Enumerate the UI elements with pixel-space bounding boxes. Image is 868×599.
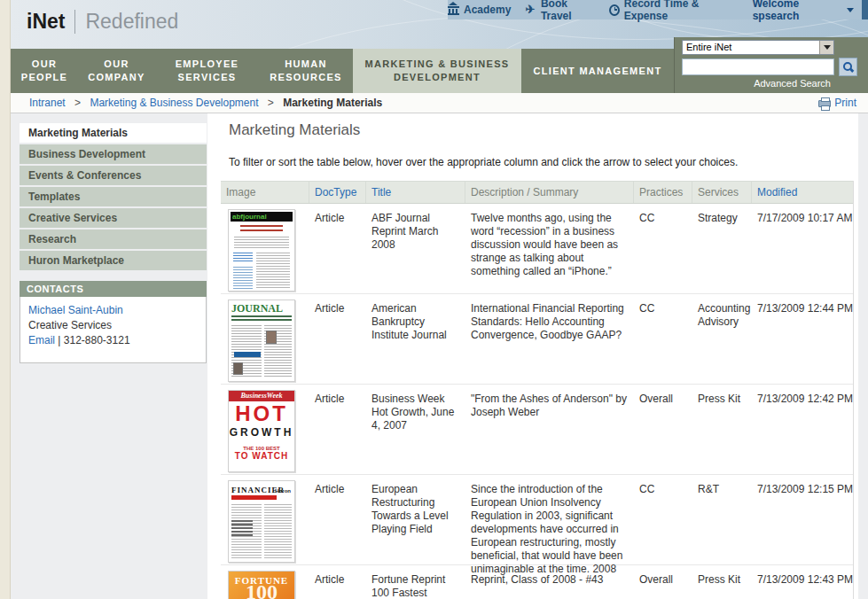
- breadcrumb-link[interactable]: Marketing & Business Development: [90, 97, 258, 109]
- sidebar-item[interactable]: Marketing Materials: [20, 123, 207, 143]
- cell-description: Reprint, Class of 2008 - #43: [465, 565, 634, 599]
- bw-masthead: BusinessWeek: [229, 391, 294, 401]
- abf-lines-b: [256, 253, 290, 289]
- column-header[interactable]: Practices: [634, 182, 692, 203]
- document-thumbnail[interactable]: FORTUNE100: [228, 571, 295, 599]
- sidebar-item[interactable]: Events & Conferences: [20, 166, 207, 185]
- table-row: FINANCIERHuron Article European Restruct…: [221, 475, 853, 565]
- page-left-margin: [0, 0, 11, 599]
- cell-services: Press Kit: [692, 565, 752, 599]
- cell-modified: 7/13/2009 12:15 PM: [752, 475, 854, 576]
- logo: iNet Redefined: [27, 10, 178, 34]
- chevron-down-icon: [847, 8, 854, 12]
- print-label: Print: [834, 93, 856, 113]
- table-row: FORTUNE100 Article Fortune Reprint 100 F…: [221, 565, 853, 599]
- cell-doctype: Article: [309, 204, 366, 293]
- utility-link[interactable]: Record Time & Expense: [609, 0, 733, 22]
- cell-description: International Financial Reporting Standa…: [465, 294, 634, 384]
- column-header[interactable]: Image: [221, 182, 309, 203]
- journal-photo-b: [233, 362, 243, 375]
- sidebar-item[interactable]: Creative Services: [20, 208, 207, 228]
- cell-title: American Bankruptcy Institute Journal: [366, 294, 465, 384]
- cell-doctype: Article: [309, 294, 366, 384]
- bw-watch: TO WATCH: [229, 449, 294, 463]
- abf-lines-a: [234, 237, 289, 248]
- nav-tab[interactable]: HUMAN RESOURCES: [259, 49, 353, 93]
- welcome-label: Welcome spsearch: [753, 0, 841, 22]
- column-header[interactable]: Services: [692, 182, 752, 203]
- table-row: BusinessWeekHOTGROWTHTHE 100 BESTTO WATC…: [221, 385, 853, 475]
- contact-separator: |: [58, 334, 60, 346]
- cell-title: Fortune Reprint 100 Fastest Companies: [366, 565, 465, 599]
- contact-name-link[interactable]: Michael Saint-Aubin: [28, 304, 123, 316]
- search-scope-select[interactable]: Entire iNet: [682, 40, 834, 55]
- nav-tab[interactable]: CLIENT MANAGEMENT: [521, 49, 674, 93]
- cell-description: "From the Ashes of Anderson" by Joseph W…: [465, 385, 634, 474]
- logo-inet: iNet: [27, 10, 65, 34]
- documents-table: Image DocType Title Description / Summar…: [221, 181, 854, 599]
- fin-brand: Huron: [275, 485, 291, 498]
- breadcrumb-current: Marketing Materials: [283, 97, 382, 109]
- utility-link[interactable]: Book Travel: [525, 0, 594, 22]
- welcome-user-menu[interactable]: Welcome spsearch: [753, 0, 854, 22]
- print-link[interactable]: Print: [818, 93, 856, 113]
- page-title: Marketing Materials: [229, 121, 360, 139]
- cell-practices: CC: [634, 204, 692, 293]
- fortune-100: 100: [229, 586, 294, 599]
- logo-divider: [74, 10, 75, 34]
- utility-link-label: Academy: [464, 4, 511, 16]
- sidebar-item[interactable]: Research: [20, 229, 207, 249]
- fin-redbar: [231, 495, 277, 500]
- fin-bold: [231, 520, 253, 538]
- utility-links: Academy Book Travel Record Time & Expens…: [448, 0, 747, 22]
- breadcrumb-link[interactable]: Intranet: [29, 97, 66, 109]
- search-button[interactable]: [839, 58, 857, 76]
- nav-tab[interactable]: EMPLOYEE SERVICES: [155, 49, 259, 93]
- journal-bluebar: [234, 352, 261, 357]
- sidebar-item[interactable]: Huron Marketplace: [20, 251, 207, 270]
- column-header[interactable]: Modified: [752, 182, 854, 203]
- search-panel: Entire iNet Advanced Search: [674, 37, 868, 93]
- cell-services: Press Kit: [692, 385, 752, 474]
- utility-bar: Academy Book Travel Record Time & Expens…: [448, 0, 868, 19]
- cell-title: ABF Journal Reprint March 2008: [366, 204, 465, 293]
- bw-hot: HOT: [229, 402, 294, 425]
- printer-icon: [818, 100, 831, 107]
- sidebar-item[interactable]: Templates: [20, 187, 207, 206]
- cell-title: Business Week Hot Growth, June 4, 2007: [366, 385, 465, 474]
- table-body: abfjournal Article ABF Journal Reprint M…: [221, 204, 853, 599]
- cell-image: FINANCIERHuron: [221, 475, 309, 576]
- utility-link[interactable]: Academy: [448, 4, 511, 16]
- search-input[interactable]: [682, 58, 834, 75]
- sidebar-item[interactable]: Business Development: [20, 144, 207, 164]
- cell-practices: CC: [634, 475, 692, 576]
- contacts-body: Michael Saint-Aubin Creative Services Em…: [20, 297, 207, 363]
- column-header[interactable]: Title: [366, 182, 465, 203]
- advanced-search-link[interactable]: Advanced Search: [754, 78, 831, 89]
- column-header[interactable]: Description / Summary: [465, 182, 634, 203]
- table-row: JOURNAL Article American Bankruptcy Inst…: [221, 294, 853, 385]
- search-scope-value: Entire iNet: [683, 41, 819, 54]
- nav-tab[interactable]: OUR COMPANY: [78, 49, 155, 93]
- nav-tab[interactable]: MARKETING & BUSINESS DEVELOPMENT: [353, 49, 521, 93]
- cell-practices: Overall: [634, 385, 692, 474]
- page: iNet Redefined Academy Book Travel: [0, 0, 868, 599]
- sidebar-nav: Marketing Materials Business Development…: [20, 123, 207, 272]
- document-thumbnail[interactable]: BusinessWeekHOTGROWTHTHE 100 BESTTO WATC…: [228, 390, 295, 472]
- cell-description: Twelve months ago, using the word “reces…: [465, 204, 634, 293]
- cell-modified: 7/13/2009 12:42 PM: [752, 385, 854, 474]
- column-header[interactable]: DocType: [309, 182, 366, 203]
- clock-icon: [609, 4, 620, 16]
- document-thumbnail[interactable]: JOURNAL: [228, 300, 295, 382]
- select-dropdown-button[interactable]: [819, 41, 833, 54]
- nav-tab[interactable]: OUR PEOPLE: [11, 49, 78, 93]
- abf-drop: [233, 253, 253, 263]
- search-icon: [842, 61, 854, 73]
- utility-link-label: Book Travel: [541, 0, 595, 22]
- breadcrumb: Intranet > Marketing & Business Developm…: [11, 93, 868, 113]
- cell-doctype: Article: [309, 385, 366, 474]
- document-thumbnail[interactable]: FINANCIERHuron: [228, 480, 295, 563]
- document-thumbnail[interactable]: abfjournal: [228, 209, 295, 292]
- cell-title: European Restructuring Towards a Level P…: [366, 475, 465, 576]
- contact-email-link[interactable]: Email: [28, 334, 55, 346]
